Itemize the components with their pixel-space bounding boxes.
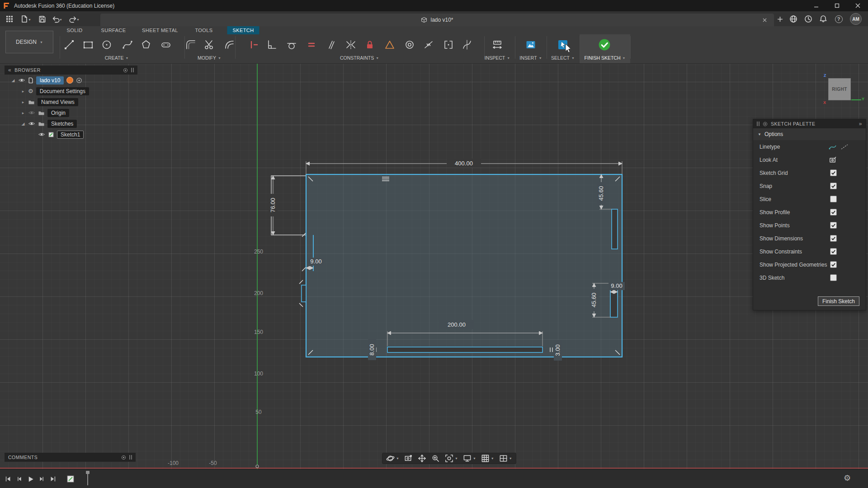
- group-insert[interactable]: INSERT▼: [519, 55, 542, 61]
- help-icon[interactable]: ?: [833, 13, 844, 25]
- play-button[interactable]: [26, 474, 35, 483]
- browser-item-label[interactable]: Origin: [47, 109, 69, 117]
- concentric-constraint-icon[interactable]: [401, 36, 418, 53]
- sketch-right-top-slot[interactable]: [612, 209, 618, 249]
- browser-row-document[interactable]: ◢ lado v10: [5, 75, 137, 85]
- pan-tool[interactable]: [418, 454, 426, 463]
- go-to-start-button[interactable]: [4, 474, 13, 483]
- redo-caret-icon[interactable]: ▼: [76, 18, 80, 21]
- group-select[interactable]: SELECT▼: [551, 55, 575, 61]
- close-tab-icon[interactable]: [761, 17, 768, 23]
- group-constraints[interactable]: CONSTRAINTS▼: [340, 55, 379, 61]
- viewports-settings[interactable]: ▼: [499, 454, 512, 463]
- linetype-spline-icon[interactable]: [829, 143, 837, 150]
- orbit-tool[interactable]: ▼: [386, 454, 399, 463]
- palette-pin-icon[interactable]: [763, 122, 768, 127]
- group-create[interactable]: CREATE▼: [105, 55, 129, 61]
- look-at-tool[interactable]: [404, 454, 413, 463]
- fit-tool[interactable]: ▼: [445, 454, 458, 463]
- group-finish-sketch[interactable]: FINISH SKETCH▼: [585, 55, 626, 61]
- look-at-icon[interactable]: [829, 156, 837, 163]
- display-settings[interactable]: ▼: [463, 454, 476, 463]
- visibility-eye-icon[interactable]: [38, 132, 45, 137]
- group-modify[interactable]: MODIFY▼: [198, 55, 221, 61]
- browser-row-sketch1[interactable]: Sketch1: [5, 129, 137, 140]
- tab-solid[interactable]: SOLID: [61, 26, 88, 34]
- parallel-constraint-icon[interactable]: [323, 36, 340, 53]
- circle-tool-icon[interactable]: [99, 36, 115, 53]
- sketch-grid-checkbox[interactable]: [830, 169, 837, 176]
- spline-tool-icon[interactable]: [119, 36, 136, 53]
- browser-row-sketches[interactable]: ◢ Sketches: [5, 118, 137, 129]
- polygon-tool-icon[interactable]: [138, 36, 154, 53]
- horizontal-vertical-constraint-icon[interactable]: [245, 36, 262, 53]
- curvature-constraint-icon[interactable]: [459, 36, 475, 53]
- equal-constraint-icon[interactable]: [303, 36, 320, 53]
- coincident-constraint-icon[interactable]: [440, 36, 457, 53]
- visibility-eye-icon[interactable]: [28, 121, 35, 126]
- collapsed-arrow-icon[interactable]: ▸: [21, 89, 25, 94]
- user-avatar[interactable]: AM: [850, 13, 862, 25]
- browser-row-named-views[interactable]: ▸ Named Views: [5, 97, 137, 107]
- visibility-eye-icon[interactable]: [28, 110, 35, 115]
- tab-tools[interactable]: TOOLS: [189, 26, 218, 34]
- browser-row-origin[interactable]: ▸ Origin: [5, 108, 137, 118]
- show-points-checkbox[interactable]: [830, 222, 837, 229]
- comments-filter-icon[interactable]: [121, 455, 126, 460]
- timeline-sketch-feature[interactable]: [66, 474, 75, 483]
- workspace-selector[interactable]: DESIGN▼: [5, 31, 53, 53]
- expand-panel-icon[interactable]: »: [859, 121, 862, 127]
- go-to-end-button[interactable]: [48, 474, 57, 483]
- browser-row-document-settings[interactable]: ▸ ⚙ Document Settings: [5, 86, 137, 96]
- undo-caret-icon[interactable]: ▼: [59, 18, 62, 21]
- timeline-playhead[interactable]: [87, 473, 88, 485]
- browser-header[interactable]: « BROWSER: [5, 66, 137, 75]
- close-window-button[interactable]: [847, 0, 868, 11]
- trim-tool-icon[interactable]: [201, 36, 217, 53]
- panel-grip-icon[interactable]: [757, 122, 760, 126]
- step-forward-button[interactable]: [37, 474, 46, 483]
- rectangle-tool-icon[interactable]: [80, 36, 96, 53]
- tab-surface[interactable]: SURFACE: [96, 26, 132, 34]
- symmetry-constraint-icon[interactable]: [343, 36, 359, 53]
- notifications-bell-icon[interactable]: [817, 13, 829, 25]
- sketch-left-notch[interactable]: [302, 285, 306, 302]
- minimize-button[interactable]: [806, 0, 826, 11]
- midpoint-constraint-icon[interactable]: [420, 36, 437, 53]
- finish-sketch-button[interactable]: Finish Sketch: [818, 296, 859, 306]
- tab-sketch[interactable]: SKETCH: [227, 26, 259, 34]
- app-grid-menu-icon[interactable]: [4, 13, 15, 25]
- viewcube[interactable]: Z RIGHT Y X: [823, 72, 866, 108]
- zoom-tool[interactable]: [431, 454, 440, 463]
- insert-image-tool-icon[interactable]: [523, 36, 539, 53]
- expand-arrow-icon[interactable]: ◢: [11, 78, 15, 83]
- browser-item-label[interactable]: Sketches: [47, 120, 77, 128]
- fix-lock-constraint-icon[interactable]: [362, 36, 378, 53]
- options-section-header[interactable]: ▼ Options: [753, 128, 866, 140]
- collapsed-arrow-icon[interactable]: ▸: [21, 100, 25, 104]
- slice-checkbox[interactable]: [830, 196, 837, 202]
- sketch-palette-header[interactable]: SKETCH PALETTE »: [753, 119, 866, 128]
- browser-item-label[interactable]: Sketch1: [57, 131, 84, 139]
- collapse-panel-icon[interactable]: «: [8, 67, 11, 73]
- show-dimensions-checkbox[interactable]: [830, 235, 837, 242]
- save-icon[interactable]: [36, 13, 48, 25]
- polygon-constraint-icon[interactable]: [382, 36, 398, 53]
- viewcube-face[interactable]: RIGHT: [828, 78, 851, 100]
- linetype-construction-icon[interactable]: [840, 143, 849, 150]
- tangent-constraint-icon[interactable]: [283, 36, 300, 53]
- step-back-button[interactable]: [15, 474, 24, 483]
- 3d-sketch-checkbox[interactable]: [830, 274, 837, 281]
- browser-item-label[interactable]: Named Views: [38, 98, 78, 106]
- show-projected-geometries-checkbox[interactable]: [830, 261, 837, 268]
- collapsed-arrow-icon[interactable]: ▸: [21, 111, 25, 115]
- job-status-clock-icon[interactable]: [802, 13, 814, 25]
- tab-sheet-metal[interactable]: SHEET METAL: [137, 26, 184, 34]
- extensions-globe-icon[interactable]: [788, 13, 799, 25]
- sketch-bottom-slot[interactable]: [387, 347, 542, 352]
- expand-arrow-icon[interactable]: ◢: [21, 122, 25, 126]
- fillet-tool-icon[interactable]: [183, 36, 199, 53]
- timeline-settings-gear-icon[interactable]: ⚙: [844, 473, 851, 483]
- show-profile-checkbox[interactable]: [830, 209, 837, 216]
- measure-tool-icon[interactable]: [489, 36, 505, 53]
